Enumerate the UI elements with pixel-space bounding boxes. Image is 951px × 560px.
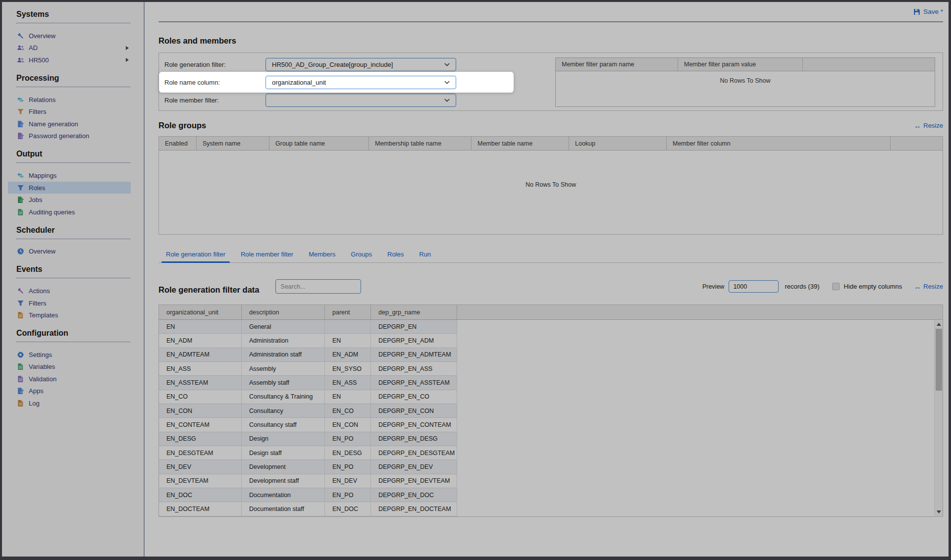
table-row[interactable]: EN_ASSTEAMAssembly staffEN_ASSDEPGRP_EN_…: [159, 376, 457, 390]
table-row[interactable]: EN_ADMTEAMAdministration staffEN_ADMDEPG…: [159, 348, 457, 362]
section-divider: [16, 23, 131, 23]
sidebar-item-jobs[interactable]: Jobs: [16, 194, 131, 206]
sidebar-item-label: Name generation: [29, 120, 78, 128]
column-header-description: description: [242, 305, 325, 319]
filter-data-resize-button[interactable]: ↔ Resize: [914, 283, 943, 290]
expand-arrow-icon[interactable]: [126, 58, 129, 62]
sidebar-item-filters[interactable]: Filters: [16, 297, 131, 309]
sidebar-item-label: Validation: [29, 375, 56, 383]
table-cell: EN_PO: [325, 488, 371, 502]
scroll-down-button[interactable]: [935, 508, 943, 516]
tab-groups[interactable]: Groups: [350, 251, 373, 262]
table-cell: DEPGRP_EN_DEVTEAM: [371, 474, 457, 488]
role-groups-empty-text: No Rows To Show: [159, 151, 943, 188]
table-row[interactable]: EN_DESGDesignEN_PODEPGRP_EN_DESG: [159, 432, 457, 446]
column-header-organizational-unit: organizational_unit: [159, 305, 242, 319]
column-header-filler: [803, 58, 935, 71]
tab-role-generation-filter[interactable]: Role generation filter: [165, 251, 226, 262]
table-row[interactable]: ENGeneralDEPGRP_EN: [159, 320, 457, 334]
scrollbar-thumb[interactable]: [936, 329, 942, 391]
table-cell: Consultancy staff: [242, 418, 325, 431]
table-row[interactable]: EN_ADMAdministrationENDEPGRP_EN_ADM: [159, 334, 457, 348]
table-cell: EN_DEV: [159, 460, 242, 473]
save-button[interactable]: Save *: [913, 8, 943, 15]
table-row[interactable]: EN_ASSAssemblyEN_SYSODEPGRP_EN_ASS: [159, 362, 457, 376]
search-input[interactable]: [275, 279, 361, 294]
gear-icon: [17, 351, 24, 358]
docpen-icon: [17, 132, 24, 140]
sidebar-item-label: Relations: [29, 96, 55, 103]
table-row[interactable]: EN_DEVDevelopmentEN_PODEPGRP_EN_DEV: [159, 460, 457, 474]
column-header-member-table-name: Member table name: [472, 137, 569, 150]
sidebar-item-settings[interactable]: Settings: [16, 349, 131, 361]
wrench-icon: [17, 32, 24, 40]
sidebar-item-label: Settings: [29, 351, 52, 358]
sidebar-item-roles[interactable]: Roles: [8, 182, 131, 194]
tab-run[interactable]: Run: [418, 251, 432, 262]
table-row[interactable]: EN_CONTEAMConsultancy staffEN_CONDEPGRP_…: [159, 418, 457, 432]
sidebar-item-password-generation[interactable]: Password generation: [16, 130, 131, 143]
role-groups-header-row: Role groups ↔ Resize: [158, 121, 943, 130]
tab-role-member-filter[interactable]: Role member filter: [240, 251, 294, 262]
table-cell: EN_DOCTEAM: [159, 502, 242, 515]
sidebar-item-overview[interactable]: Overview: [16, 246, 131, 258]
sidebar-item-variables[interactable]: Variables: [16, 361, 131, 373]
table-row[interactable]: EN_DESGTEAMDesign staffEN_DESGDEPGRP_EN_…: [159, 446, 457, 460]
filter-data-table: organizational_unitdescriptionparentdep_…: [158, 305, 943, 517]
table-cell: Administration: [242, 334, 325, 347]
tab-members[interactable]: Members: [308, 251, 336, 262]
sidebar-item-actions[interactable]: Actions: [16, 285, 131, 297]
filter-data-table-body: ENGeneralDEPGRP_ENEN_ADMAdministrationEN…: [159, 320, 457, 516]
sidebar-item-mappings[interactable]: Mappings: [16, 169, 131, 182]
arrows-icon: [17, 172, 24, 179]
field-label: Role name column:: [164, 79, 265, 86]
sidebar-item-relations[interactable]: Relations: [16, 94, 131, 106]
scroll-up-button[interactable]: [935, 320, 943, 328]
sidebar-section-title-scheduler: Scheduler: [16, 225, 144, 236]
sidebar-item-overview[interactable]: Overview: [16, 30, 131, 42]
sidebar-item-ad[interactable]: AD: [16, 42, 131, 54]
table-cell: EN_CO: [159, 390, 242, 404]
table-row[interactable]: EN_DOCDocumentationEN_PODEPGRP_EN_DOC: [159, 488, 457, 502]
vertical-scrollbar[interactable]: [934, 320, 943, 516]
table-row[interactable]: EN_DOCTEAMDocumentation staffEN_DOCDEPGR…: [159, 502, 457, 516]
member-filter-param-table: Member filter param nameMember filter pa…: [555, 57, 935, 107]
docpen-icon: [17, 387, 24, 395]
funnel-icon: [17, 184, 24, 192]
table-cell: EN_ADM: [325, 348, 371, 361]
sidebar-item-label: Auditing queries: [29, 208, 75, 216]
preview-count-input[interactable]: [729, 280, 779, 293]
wrench-icon: [17, 287, 24, 295]
sidebar-item-filters[interactable]: Filters: [16, 105, 131, 118]
dropdown-role-name-column[interactable]: organizational_unit: [265, 76, 456, 89]
table-cell: EN_DEVTEAM: [159, 474, 242, 488]
sidebar-item-hr500[interactable]: HR500: [16, 54, 131, 66]
table-cell: EN_ASS: [325, 376, 371, 389]
table-cell: EN_PO: [325, 432, 371, 446]
sidebar-item-apps[interactable]: Apps: [16, 385, 131, 398]
sidebar-item-log[interactable]: Log: [16, 397, 131, 409]
table-row[interactable]: EN_COConsultancy & TrainingENDEPGRP_EN_C…: [159, 390, 457, 404]
save-label: Save *: [923, 8, 943, 15]
table-cell: DEPGRP_EN_ASSTEAM: [371, 376, 457, 389]
role-groups-resize-button[interactable]: ↔ Resize: [914, 122, 943, 129]
dropdown-role-member-filter[interactable]: [265, 94, 456, 107]
table-row[interactable]: EN_CONConsultancyEN_CODEPGRP_EN_CON: [159, 404, 457, 418]
table-row[interactable]: EN_DEVTEAMDevelopment staffEN_DEVDEPGRP_…: [159, 474, 457, 488]
sidebar-item-templates[interactable]: Templates: [16, 309, 131, 321]
sidebar-item-validation[interactable]: Validation: [16, 373, 131, 385]
section-divider: [16, 162, 131, 163]
hide-empty-columns-checkbox[interactable]: [832, 283, 840, 290]
role-groups-table-header: EnabledSystem nameGroup table nameMember…: [159, 137, 943, 151]
sidebar-section-title-events: Events: [16, 264, 144, 275]
sidebar-item-name-generation[interactable]: Name generation: [16, 118, 131, 130]
tab-roles[interactable]: Roles: [386, 251, 405, 262]
table-cell: EN_DESG: [159, 432, 242, 446]
sidebar-item-auditing-queries[interactable]: Auditing queries: [16, 206, 131, 218]
expand-arrow-icon[interactable]: [126, 46, 129, 50]
form-row-role-name-column: Role name column:organizational_unit: [159, 72, 514, 93]
filter-data-table-header: organizational_unitdescriptionparentdep_…: [159, 305, 943, 320]
dropdown-role-generation-filter[interactable]: HR500_AD_Group_Create[group_include]: [265, 58, 456, 71]
doc-icon: [17, 363, 24, 370]
app-window: SystemsOverviewADHR500ProcessingRelation…: [0, 0, 951, 560]
